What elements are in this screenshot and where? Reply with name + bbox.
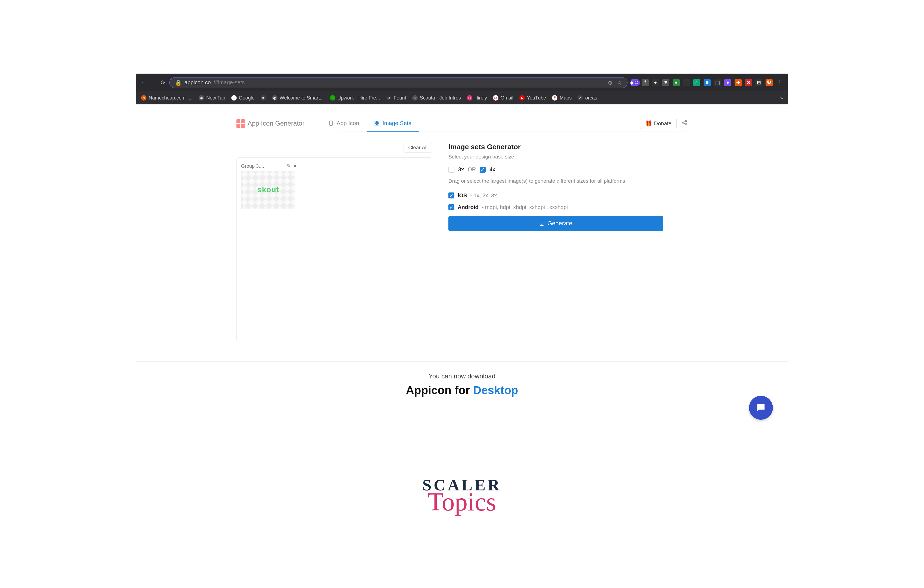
checkbox-3x[interactable] xyxy=(449,167,454,173)
bookmark-item[interactable]: NNamecheap.com -... xyxy=(141,95,193,101)
bookmark-star-icon[interactable]: ☆ xyxy=(617,79,622,86)
scaler-topics-watermark: SCALER Topics xyxy=(422,476,502,511)
clear-all-button[interactable]: Clear All xyxy=(404,143,432,152)
bookmark-item[interactable]: GGoogle xyxy=(231,95,255,101)
reload-button[interactable]: ⟳ xyxy=(161,79,165,86)
svg-point-6 xyxy=(682,122,684,124)
bookmark-label: Maps xyxy=(559,95,571,101)
address-bar[interactable]: 🔒 appicon.co/#image-sets ⊕ ☆ xyxy=(169,77,627,88)
checkbox-4x[interactable]: ✓ xyxy=(480,167,486,173)
uploaded-thumbnail: Group 3.... ✎ ✕ skout xyxy=(241,162,298,210)
svg-rect-3 xyxy=(375,124,377,125)
bookmarks-bar: NNamecheap.com -... ⊕New Tab GGoogle ≡ ◐… xyxy=(136,91,788,104)
checkbox-ios[interactable]: ✓ xyxy=(449,192,454,198)
promo-title: Appicon for Desktop xyxy=(136,384,788,397)
forward-button[interactable]: → xyxy=(151,79,157,86)
bookmark-item[interactable]: HHirely xyxy=(467,95,487,101)
base-size-row: 3x OR ✓ 4x xyxy=(449,166,688,173)
bookmark-item[interactable]: ≡ xyxy=(261,95,266,101)
donate-button[interactable]: 🎁 Donate xyxy=(640,118,677,129)
extension-icon[interactable]: ● xyxy=(652,79,659,86)
bookmark-item[interactable]: ⊕New Tab xyxy=(199,95,225,101)
bookmark-item[interactable]: MGmail xyxy=(493,95,513,101)
svg-line-8 xyxy=(684,121,685,122)
bookmark-label: orcas xyxy=(585,95,597,101)
brand-logo[interactable]: App Icon Generator xyxy=(236,119,304,128)
bookmark-item[interactable]: oorcas xyxy=(578,95,597,101)
bookmark-favicon: o xyxy=(578,95,583,101)
bookmark-label: Welcome to Smart... xyxy=(280,95,324,101)
grid-icon xyxy=(374,121,380,126)
bookmark-label: Namecheap.com -... xyxy=(148,95,193,101)
install-icon[interactable]: ⊕ xyxy=(608,79,612,86)
bookmark-label: Gmail xyxy=(501,95,513,101)
promo-section: You can now download Appicon for Desktop xyxy=(136,362,788,397)
label-3x: 3x xyxy=(458,166,464,173)
share-icon[interactable] xyxy=(681,120,688,127)
edit-icon[interactable]: ✎ xyxy=(287,163,291,169)
svg-point-7 xyxy=(685,124,687,126)
extension-icon[interactable]: f xyxy=(642,79,649,86)
bookmark-label: Google xyxy=(239,95,255,101)
thumbnail-logo-text: skout xyxy=(257,185,279,194)
profile-avatar[interactable]: 🐿 xyxy=(766,79,773,86)
upload-panel: Clear All Group 3.... ✎ ✕ skout xyxy=(236,143,432,342)
url-host: appicon.co xyxy=(185,79,211,86)
bookmark-item[interactable]: 📍Maps xyxy=(552,95,571,101)
bookmark-favicon: u xyxy=(330,95,335,101)
extension-icon[interactable]: ⬚ xyxy=(714,79,721,86)
site-header: App Icon Generator App Icon Image Sets 🎁… xyxy=(236,104,688,132)
tab-label: Image Sets xyxy=(382,120,411,126)
bookmarks-overflow-icon[interactable]: » xyxy=(780,95,783,101)
bookmark-favicon: H xyxy=(467,95,472,101)
bookmark-item[interactable]: SScouta - Job Intros xyxy=(412,95,461,101)
image-dropzone[interactable]: Group 3.... ✎ ✕ skout xyxy=(236,157,432,342)
svg-point-5 xyxy=(685,120,687,122)
promo-title-a: Appicon for xyxy=(406,384,473,396)
header-actions: 🎁 Donate xyxy=(640,118,688,129)
chat-icon xyxy=(756,402,766,413)
extension-icon[interactable]: ✚ xyxy=(734,79,742,86)
generate-button[interactable]: Generate xyxy=(449,216,663,231)
svg-line-9 xyxy=(684,123,685,124)
tab-image-sets[interactable]: Image Sets xyxy=(366,115,419,132)
platform-ios-row: ✓ iOS - 1x, 2x, 3x xyxy=(449,192,688,199)
extension-icon[interactable]: ⌂ xyxy=(693,79,700,86)
thumbnail-preview: skout xyxy=(241,171,295,209)
bookmark-item[interactable]: ▶YouTube xyxy=(519,95,546,101)
extension-icon[interactable]: ⋯ xyxy=(683,79,690,86)
bookmark-favicon: M xyxy=(493,95,498,101)
bookmark-favicon: ⊕ xyxy=(199,95,204,101)
panel-subtitle: Select your design base size xyxy=(449,154,688,160)
donate-label: Donate xyxy=(654,121,672,127)
extension-icon[interactable]: ● xyxy=(724,79,731,86)
bookmark-favicon: ⊕ xyxy=(386,95,392,101)
remove-icon[interactable]: ✕ xyxy=(293,163,297,169)
extension-icon[interactable]: ■ xyxy=(704,79,711,86)
checkbox-android[interactable]: ✓ xyxy=(449,204,454,210)
extension-icon[interactable]: ✖ xyxy=(745,79,752,86)
kebab-menu-icon[interactable]: ⋮ xyxy=(776,79,783,86)
platform-android-row: ✓ Android - mdpi, hdpi, xhdpi, xxhdpi , … xyxy=(449,204,688,210)
svg-rect-2 xyxy=(378,121,379,122)
svg-rect-0 xyxy=(330,121,332,126)
bookmark-favicon: N xyxy=(141,95,147,101)
tab-app-icon[interactable]: App Icon xyxy=(321,115,366,132)
back-button[interactable]: ← xyxy=(141,79,147,86)
extension-icon[interactable]: ▼ xyxy=(662,79,669,86)
label-ios: iOS xyxy=(458,192,467,199)
topics-word: Topics xyxy=(422,493,502,511)
bookmark-item[interactable]: uUpwork - Hire Fre... xyxy=(330,95,380,101)
bookmark-label: Scouta - Job Intros xyxy=(420,95,461,101)
extension-icon[interactable]: ◆12 xyxy=(631,79,639,86)
nav-tabs: App Icon Image Sets xyxy=(321,115,419,132)
bookmark-label: Hirely xyxy=(475,95,487,101)
bookmark-item[interactable]: ◐Welcome to Smart... xyxy=(272,95,324,101)
extensions-puzzle-icon[interactable]: ⊞ xyxy=(755,79,762,86)
bookmark-favicon: ▶ xyxy=(519,95,525,101)
chat-fab[interactable] xyxy=(749,396,773,420)
label-4x: 4x xyxy=(490,166,495,173)
browser-toolbar: ← → ⟳ 🔒 appicon.co/#image-sets ⊕ ☆ ◆12 f… xyxy=(136,74,788,91)
extension-icon[interactable]: ● xyxy=(673,79,680,86)
bookmark-item[interactable]: ⊕Fount xyxy=(386,95,406,101)
